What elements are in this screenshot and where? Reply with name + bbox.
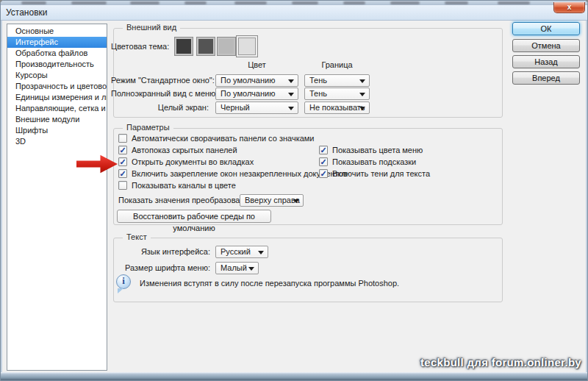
menu-font-size-dropdown[interactable]: Малый xyxy=(215,262,259,274)
checkbox-label: Автопоказ скрытых панелей xyxy=(132,146,237,154)
fullscreen-menu-color-dropdown[interactable]: По умолчанию xyxy=(215,88,298,100)
sidebar-item-units-rulers[interactable]: Единицы измерения и линейки xyxy=(7,92,107,103)
appearance-title: Внешний вид xyxy=(123,23,180,32)
sidebar-item-type[interactable]: Шрифты xyxy=(7,125,107,136)
color-theme-swatch-3[interactable] xyxy=(217,37,236,56)
checkbox-enable-text-drop-shadows[interactable]: ✓ Включить тени для текста xyxy=(319,168,430,179)
checkbox-label: Показывать подсказки xyxy=(332,157,416,166)
preferences-category-list: Основные Интерфейс Обработка файлов Прои… xyxy=(7,24,107,371)
sidebar-item-3d[interactable]: 3D xyxy=(7,136,107,147)
window-border-right xyxy=(586,21,587,372)
color-theme-swatch-4-selected[interactable] xyxy=(236,35,258,57)
dropdown-value: Русский xyxy=(220,247,251,256)
window-title: Установки xyxy=(6,7,47,18)
ui-language-dropdown[interactable]: Русский xyxy=(215,246,268,258)
checkbox-box[interactable]: ✓ xyxy=(118,157,127,166)
standard-screen-color-dropdown[interactable]: По умолчанию xyxy=(215,74,298,87)
color-theme-swatch-1[interactable] xyxy=(174,37,193,56)
column-header-color: Цвет xyxy=(215,60,298,69)
column-header-border: Граница xyxy=(304,60,370,69)
chevron-down-icon xyxy=(248,267,254,271)
fullscreen-menu-border-dropdown[interactable]: Тень xyxy=(304,88,370,100)
checkbox-label: Включить закрепление окон незакрепленных… xyxy=(132,169,348,178)
dropdown-value: Вверху справа xyxy=(245,196,300,204)
checkbox-label: Открыть документы во вкладках xyxy=(132,157,254,166)
ok-button[interactable]: ОК xyxy=(512,22,580,35)
info-icon-tail xyxy=(118,288,123,293)
dropdown-value: Черный xyxy=(220,103,250,112)
fullscreen-menu-label: Полноэкранный вид с меню: xyxy=(111,88,209,100)
dropdown-value: Тень xyxy=(309,76,327,85)
color-theme-label: Цветовая тема: xyxy=(111,40,168,53)
watermark: teckbull для forum.onliner.by xyxy=(420,356,581,368)
text-title: Текст xyxy=(123,232,151,241)
back-button[interactable]: Назад xyxy=(512,55,580,68)
title-bar: Установки xyxy=(1,5,588,21)
full-screen-border-dropdown[interactable]: Не показывать xyxy=(304,102,370,114)
dropdown-value: По умолчанию xyxy=(220,89,275,98)
restore-default-workspaces-button[interactable]: Восстановить рабочие среды по умолчанию xyxy=(117,210,271,223)
cancel-button[interactable]: Отмена xyxy=(512,39,580,52)
checkbox-box[interactable]: ✓ xyxy=(319,157,328,166)
full-screen-label: Целый экран: xyxy=(111,102,209,114)
dropdown-value: Не показывать xyxy=(309,103,365,112)
sidebar-item-performance[interactable]: Производительность xyxy=(7,59,107,70)
standard-screen-border-dropdown[interactable]: Тень xyxy=(304,74,370,87)
checkbox-label: Показывать цвета меню xyxy=(332,146,423,154)
menu-font-size-label: Размер шрифта меню: xyxy=(113,262,210,274)
forward-button[interactable]: Вперед xyxy=(512,71,580,85)
checkbox-enable-floating-document-docking[interactable]: ✓ Включить закрепление окон незакрепленн… xyxy=(118,168,348,179)
checkbox-label: Автоматически сворачивать панели со знач… xyxy=(132,134,315,143)
chevron-down-icon xyxy=(288,107,294,110)
checkbox-label: Показывать каналы в цвете xyxy=(132,181,236,190)
checkbox-auto-show-hidden-panels[interactable]: ✓ Автопоказ скрытых панелей xyxy=(118,145,237,155)
checkbox-box[interactable]: ✓ xyxy=(319,146,328,154)
dropdown-value: Тень xyxy=(309,89,327,98)
checkbox-box[interactable]: ✓ xyxy=(118,169,127,178)
sidebar-item-plugins[interactable]: Внешние модули xyxy=(7,114,107,125)
chevron-down-icon xyxy=(359,107,365,110)
close-icon[interactable]: x xyxy=(553,2,585,13)
checkbox-box[interactable] xyxy=(118,181,127,190)
sidebar-item-interface[interactable]: Интерфейс xyxy=(7,37,107,48)
info-icon: i xyxy=(116,274,131,289)
checkbox-label: Включить тени для текста xyxy=(332,169,430,178)
chevron-down-icon xyxy=(258,251,264,254)
preferences-window: Установки x Основные Интерфейс Обработка… xyxy=(0,0,588,381)
checkbox-show-menu-colors[interactable]: ✓ Показывать цвета меню xyxy=(319,145,423,155)
checkbox-box[interactable]: ✓ xyxy=(319,169,328,178)
checkbox-show-channels-in-color[interactable]: Показывать каналы в цвете xyxy=(118,180,236,190)
chevron-down-icon xyxy=(359,93,365,96)
checkbox-show-tooltips[interactable]: ✓ Показывать подсказки xyxy=(319,157,416,167)
checkbox-box[interactable] xyxy=(118,134,127,143)
options-title: Параметры xyxy=(123,123,173,132)
chevron-down-icon xyxy=(293,199,299,203)
color-theme-swatch-2[interactable] xyxy=(196,37,215,56)
dropdown-value: По умолчанию xyxy=(220,76,275,85)
window-border-left xyxy=(1,21,2,372)
sidebar-item-general[interactable]: Основные xyxy=(7,26,107,37)
checkbox-box[interactable]: ✓ xyxy=(118,146,127,154)
restart-note: Изменения вступят в силу после перезапус… xyxy=(140,277,399,290)
checkbox-open-documents-as-tabs[interactable]: ✓ Открыть документы во вкладках xyxy=(118,157,254,167)
chevron-down-icon xyxy=(288,79,294,83)
dropdown-value: Малый xyxy=(220,263,247,272)
standard-screen-label: Режим "Стандартное окно": xyxy=(111,74,209,87)
sidebar-item-transparency-gamut[interactable]: Прозрачность и цветовой охват xyxy=(7,81,107,92)
ui-language-label: Язык интерфейса: xyxy=(113,246,210,258)
checkbox-auto-collapse-panels[interactable]: Автоматически сворачивать панели со знач… xyxy=(118,133,315,143)
transform-values-dropdown[interactable]: Вверху справа xyxy=(240,194,304,207)
chevron-down-icon xyxy=(359,79,365,83)
full-screen-color-dropdown[interactable]: Черный xyxy=(215,102,298,114)
sidebar-item-cursors[interactable]: Курсоры xyxy=(7,70,107,81)
window-border-bottom xyxy=(1,372,588,381)
sidebar-item-file-handling[interactable]: Обработка файлов xyxy=(7,48,107,59)
transform-values-label: Показать значения преобразования: xyxy=(118,194,256,207)
sidebar-item-guides-grid-slices[interactable]: Направляющие, сетка и фрагменты xyxy=(7,103,107,114)
chevron-down-icon xyxy=(288,93,294,96)
